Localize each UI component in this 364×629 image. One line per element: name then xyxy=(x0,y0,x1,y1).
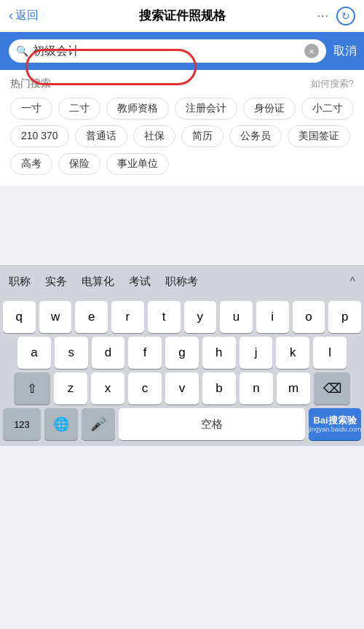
key-u[interactable]: u xyxy=(220,301,253,333)
hot-search-label: 热门搜索 xyxy=(10,77,51,90)
key-f[interactable]: f xyxy=(128,337,162,369)
tag-item[interactable]: 一寸 xyxy=(10,98,52,120)
shift-key[interactable]: ⇧ xyxy=(14,372,50,405)
predictive-item[interactable]: 实务 xyxy=(45,275,67,289)
key-q[interactable]: q xyxy=(3,301,36,333)
key-v[interactable]: v xyxy=(165,372,199,405)
predictive-item[interactable]: 考试 xyxy=(129,275,151,289)
tag-item[interactable]: 事业单位 xyxy=(106,153,169,175)
numbers-key[interactable]: 123 xyxy=(3,408,41,440)
baidu-url: jingyan.baidu.com xyxy=(309,426,362,434)
clear-icon: × xyxy=(309,46,314,57)
key-n[interactable]: n xyxy=(240,372,273,405)
key-x[interactable]: x xyxy=(91,372,124,405)
tag-item[interactable]: 二寸 xyxy=(58,98,100,120)
back-chevron-icon: ‹ xyxy=(9,8,13,23)
search-bar: 🔍 初级会计 × 取消 xyxy=(0,32,364,70)
back-button[interactable]: ‹ 返回 xyxy=(9,8,52,23)
cancel-button[interactable]: 取消 xyxy=(333,44,357,59)
key-h[interactable]: h xyxy=(202,337,236,369)
keyboard-row-2: asdfghjkl xyxy=(0,333,364,369)
hot-search-header: 热门搜索 如何搜索? xyxy=(10,77,354,90)
key-g[interactable]: g xyxy=(165,337,199,369)
tags-container: 一寸二寸教师资格注册会计身份证小二寸210 370普通话社保简历公务员美国签证高… xyxy=(10,98,354,175)
key-w[interactable]: w xyxy=(39,301,72,333)
key-t[interactable]: t xyxy=(148,301,181,333)
key-d[interactable]: d xyxy=(92,337,125,369)
predictive-bar: 职称实务电算化考试职称考 ^ xyxy=(0,265,364,297)
keyboard-row-3: ⇧zxcvbnm⌫ xyxy=(0,369,364,405)
tag-item[interactable]: 公务员 xyxy=(229,125,282,147)
key-c[interactable]: c xyxy=(128,372,162,405)
refresh-button[interactable]: ↻ xyxy=(336,7,355,26)
key-m[interactable]: m xyxy=(277,372,310,405)
tag-item[interactable]: 210 370 xyxy=(10,125,69,147)
keyboard-bottom-row: 123🌐🎤空格Bai搜索验jingyan.baidu.com xyxy=(0,405,364,446)
nav-title: 搜索证件照规格 xyxy=(139,7,226,24)
more-button[interactable]: ··· xyxy=(317,9,329,23)
delete-key[interactable]: ⌫ xyxy=(314,372,350,405)
keyboard-row-1: qwertyuiop xyxy=(0,297,364,333)
tag-item[interactable]: 社保 xyxy=(133,125,175,147)
search-clear-button[interactable]: × xyxy=(304,44,319,58)
microphone-key[interactable]: 🎤 xyxy=(82,408,115,440)
tag-item[interactable]: 注册会计 xyxy=(175,98,237,120)
refresh-icon: ↻ xyxy=(341,10,350,22)
key-l[interactable]: l xyxy=(313,337,347,369)
hot-search-section: 热门搜索 如何搜索? 一寸二寸教师资格注册会计身份证小二寸210 370普通话社… xyxy=(0,70,364,185)
key-o[interactable]: o xyxy=(293,301,325,333)
key-i[interactable]: i xyxy=(256,301,289,333)
key-s[interactable]: s xyxy=(55,337,88,369)
key-a[interactable]: a xyxy=(17,337,51,369)
key-r[interactable]: r xyxy=(111,301,144,333)
predictive-item[interactable]: 职称 xyxy=(9,275,31,289)
predictive-item[interactable]: 职称考 xyxy=(165,275,198,289)
predictive-chevron-icon[interactable]: ^ xyxy=(349,276,355,289)
search-box[interactable]: 🔍 初级会计 × xyxy=(7,38,328,64)
emoji-key[interactable]: 🌐 xyxy=(44,408,78,440)
baidu-logo: Bai搜索验 xyxy=(313,415,356,426)
tag-item[interactable]: 简历 xyxy=(181,125,223,147)
key-j[interactable]: j xyxy=(240,337,273,369)
key-y[interactable]: y xyxy=(184,301,217,333)
content-area xyxy=(0,185,364,265)
space-key[interactable]: 空格 xyxy=(119,408,305,440)
tag-item[interactable]: 身份证 xyxy=(243,98,296,120)
key-p[interactable]: p xyxy=(328,301,361,333)
search-icon: 🔍 xyxy=(16,45,28,57)
tag-item[interactable]: 普通话 xyxy=(75,125,127,147)
tag-item[interactable]: 保险 xyxy=(58,153,100,175)
predictive-items: 职称实务电算化考试职称考 xyxy=(9,275,342,289)
baidu-search-button[interactable]: Bai搜索验jingyan.baidu.com xyxy=(309,408,361,440)
tag-item[interactable]: 高考 xyxy=(10,153,52,175)
keyboard: qwertyuiop asdfghjkl ⇧zxcvbnm⌫ 123🌐🎤空格Ba… xyxy=(0,297,364,446)
key-k[interactable]: k xyxy=(276,337,309,369)
back-label: 返回 xyxy=(15,8,39,23)
predictive-item[interactable]: 电算化 xyxy=(82,275,114,289)
key-b[interactable]: b xyxy=(202,372,236,405)
nav-bar: ‹ 返回 搜索证件照规格 ··· ↻ xyxy=(0,0,364,32)
key-z[interactable]: z xyxy=(54,372,87,405)
how-to-search-link[interactable]: 如何搜索? xyxy=(311,77,354,90)
tag-item[interactable]: 小二寸 xyxy=(301,98,354,120)
key-e[interactable]: e xyxy=(75,301,108,333)
search-input-text[interactable]: 初级会计 xyxy=(33,44,300,59)
tag-item[interactable]: 教师资格 xyxy=(106,98,169,120)
tag-item[interactable]: 美国签证 xyxy=(288,125,350,147)
